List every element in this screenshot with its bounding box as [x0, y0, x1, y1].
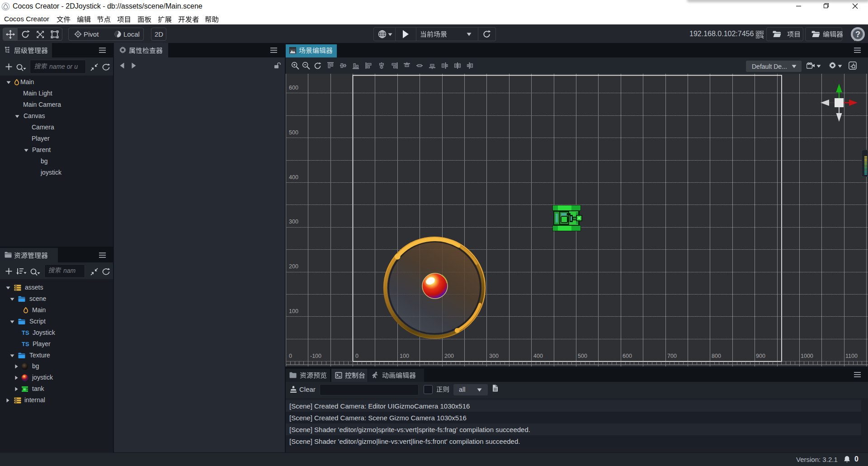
svg-text:100: 100 [400, 353, 409, 359]
svg-text:1000: 1000 [801, 353, 813, 359]
svg-text:500: 500 [578, 353, 587, 359]
svg-text:500: 500 [289, 129, 298, 136]
svg-text:600: 600 [623, 353, 632, 359]
svg-text:0: 0 [289, 353, 292, 359]
svg-text:300: 300 [289, 219, 298, 225]
svg-text:-100: -100 [310, 353, 321, 359]
svg-text:400: 400 [289, 174, 298, 181]
svg-text:0: 0 [355, 353, 359, 359]
svg-text:?: ? [855, 30, 860, 39]
svg-text:600: 600 [289, 85, 298, 91]
svg-text:100: 100 [289, 308, 298, 314]
svg-text:200: 200 [289, 263, 298, 270]
svg-text:900: 900 [756, 353, 765, 359]
svg-text:400: 400 [533, 353, 543, 359]
svg-text:1100: 1100 [845, 353, 858, 359]
svg-text:300: 300 [489, 353, 499, 359]
svg-text:700: 700 [667, 353, 677, 359]
svg-text:800: 800 [712, 353, 721, 359]
svg-text:200: 200 [444, 353, 454, 359]
